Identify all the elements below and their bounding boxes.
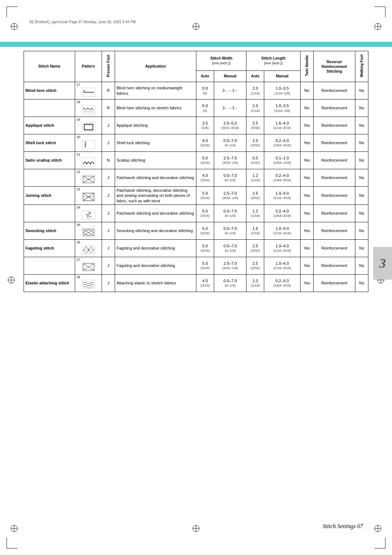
twin-needle-cell: Yes xyxy=(300,257,313,274)
pattern-icon-23 xyxy=(81,192,96,202)
len-manual-cell: 0.2–4.0(1/64–3/16) xyxy=(264,134,301,152)
width-manual-cell: 0.0–7.0(0–1/4) xyxy=(214,222,246,239)
th-len-manual: Manual xyxy=(264,70,301,82)
twin-needle-cell: Yes xyxy=(300,117,313,134)
width-auto-cell: 0.0(0) xyxy=(196,82,214,100)
reinforcement-cell: Reinforcement xyxy=(313,100,355,117)
reinforcement-cell: Reinforcement xyxy=(313,82,355,100)
pattern-icon-19 xyxy=(81,122,96,132)
table-row: Appliqué stitch 19 J Appliqué stitching xyxy=(24,117,368,134)
len-manual-cell: 0.2–4.0(1/64–3/16) xyxy=(264,274,301,292)
width-auto-cell: 3.5(1/8) xyxy=(196,117,214,134)
walking-foot-cell: No xyxy=(355,134,368,152)
presser-foot-cell: J xyxy=(102,222,115,239)
pattern-icon-27 xyxy=(81,262,96,272)
len-auto-cell: 1.2(1/16) xyxy=(246,169,264,186)
width-manual-cell: 0.0–7.0(0–1/4) xyxy=(214,169,246,186)
application-cell: Patchwork stitching and decorative stitc… xyxy=(115,204,196,222)
footer: Stitch Settings 67 xyxy=(323,523,363,530)
len-manual-cell: 1.0–4.0(1/16–3/16) xyxy=(264,239,301,257)
width-manual-cell: 3← – 3→ xyxy=(214,82,246,100)
stitch-name-cell xyxy=(24,100,75,117)
crop-mark-tl xyxy=(7,7,17,17)
application-cell: Shell tuck stitching xyxy=(115,134,196,152)
width-auto-cell: 5.0(3/16) xyxy=(196,151,214,169)
walking-foot-cell: No xyxy=(355,204,368,222)
stitch-name-cell: Joining stitch xyxy=(24,186,75,204)
stitch-name-cell: Smocking stitch xyxy=(24,222,75,239)
width-manual-cell: 0.0–7.0(0–1/4) xyxy=(214,239,246,257)
walking-foot-cell: No xyxy=(355,169,368,186)
pattern-cell: 21 xyxy=(75,151,102,169)
main-content: Stitch Name Pattern Presser Foot Applica… xyxy=(24,51,368,292)
reg-mark-ml xyxy=(7,276,15,284)
cyan-bar xyxy=(0,42,392,47)
reinforcement-cell: Reinforcement xyxy=(313,186,355,204)
reg-mark-bm xyxy=(192,524,200,532)
svg-rect-30 xyxy=(84,124,93,130)
width-manual-cell: 0.0–7.0(0–1/4) xyxy=(214,274,246,292)
walking-foot-cell: No xyxy=(355,222,368,239)
th-width-auto: Auto xyxy=(196,70,214,82)
twin-needle-cell: Yes xyxy=(300,169,313,186)
width-auto-cell: 5.0(3/16) xyxy=(196,239,214,257)
application-cell: Smocking stitching and decorative stitch… xyxy=(115,222,196,239)
twin-needle-cell: Yes xyxy=(300,239,313,257)
table-row: Satin scallop stitch 21 N Scallop stitch… xyxy=(24,151,368,169)
application-cell: Patchwork stitching and decorative stitc… xyxy=(115,169,196,186)
application-cell: Blind hem stitching on mediumweight fabr… xyxy=(115,82,196,100)
table-row: Joining stitch 23 J Patchwork xyxy=(24,186,368,204)
table-row: 27 J Fagoting and decorative stitching 5… xyxy=(24,257,368,274)
walking-foot-cell: No xyxy=(355,257,368,274)
len-auto-cell: 1.6(1/16) xyxy=(246,222,264,239)
reinforcement-cell: Reinforcement xyxy=(313,151,355,169)
th-stitch-name: Stitch Name xyxy=(24,51,75,82)
width-auto-cell: 4.0(3/16) xyxy=(196,274,214,292)
application-cell: Patchwork stitching, decorative stitchin… xyxy=(115,186,196,204)
presser-foot-cell: J xyxy=(102,134,115,152)
len-auto-cell: 1.0(1/16) xyxy=(246,274,264,292)
presser-foot-cell: J xyxy=(102,204,115,222)
len-manual-cell: 1.0–4.0(1/16–3/16) xyxy=(264,222,301,239)
walking-foot-cell: No xyxy=(355,82,368,100)
len-manual-cell: 1.6–4.0(1/16–3/16) xyxy=(264,117,301,134)
application-cell: Appliqué stitching xyxy=(115,117,196,134)
file-info: SE-BrotherE_sgml.book Page 67 Monday, Ju… xyxy=(29,20,136,24)
len-manual-cell: 1.0–4.0(1/16–3/16) xyxy=(264,186,301,204)
presser-foot-cell: J xyxy=(102,169,115,186)
th-presser-foot: Presser Foot xyxy=(102,51,115,82)
walking-foot-cell: No xyxy=(355,100,368,117)
width-auto-cell: 5.0(3/16) xyxy=(196,186,214,204)
table-row: 22 J Patchwork stitching and decorative … xyxy=(24,169,368,186)
pattern-icon-26 xyxy=(81,245,96,255)
pattern-cell: 17 xyxy=(75,82,102,100)
application-cell: Fagoting and decorative stitching xyxy=(115,239,196,257)
len-auto-cell: 0.5(1/32) xyxy=(246,151,264,169)
presser-foot-cell: N xyxy=(102,151,115,169)
page-number-tab: 3 xyxy=(373,247,392,280)
reinforcement-cell: Reinforcement xyxy=(313,117,355,134)
width-auto-cell: 0.0(0) xyxy=(196,100,214,117)
stitch-name-cell: Fagoting stitch xyxy=(24,239,75,257)
table-row: 18 R Blind hem stitching on stretch fabr… xyxy=(24,100,368,117)
walking-foot-cell: No xyxy=(355,151,368,169)
stitch-name-cell xyxy=(24,204,75,222)
width-manual-cell: 2.5–7.0(3/32–1/4) xyxy=(214,186,246,204)
walking-foot-cell: No xyxy=(355,186,368,204)
application-cell: Attaching elastic to stretch fabrics xyxy=(115,274,196,292)
walking-foot-cell: No xyxy=(355,117,368,134)
twin-needle-cell: Yes xyxy=(300,222,313,239)
width-manual-cell: 2.5–7.0(3/32–1/4) xyxy=(214,151,246,169)
pattern-icon-20 xyxy=(81,139,96,150)
width-auto-cell: 5.0(3/16) xyxy=(196,204,214,222)
twin-needle-cell: Yes xyxy=(300,204,313,222)
reinforcement-cell: Reinforcement xyxy=(313,169,355,186)
table-row: Smocking stitch 25 xyxy=(24,222,368,239)
len-auto-cell: 1.2(1/16) xyxy=(246,204,264,222)
pattern-cell: 24 xyxy=(75,204,102,222)
crop-mark-bl xyxy=(7,538,17,548)
th-twin-needle: Twin Needle xyxy=(300,51,313,82)
pattern-cell: 20 xyxy=(75,134,102,152)
th-stitch-width: Stitch Width[mm (inch.)] xyxy=(196,51,246,71)
th-pattern: Pattern xyxy=(75,51,102,82)
